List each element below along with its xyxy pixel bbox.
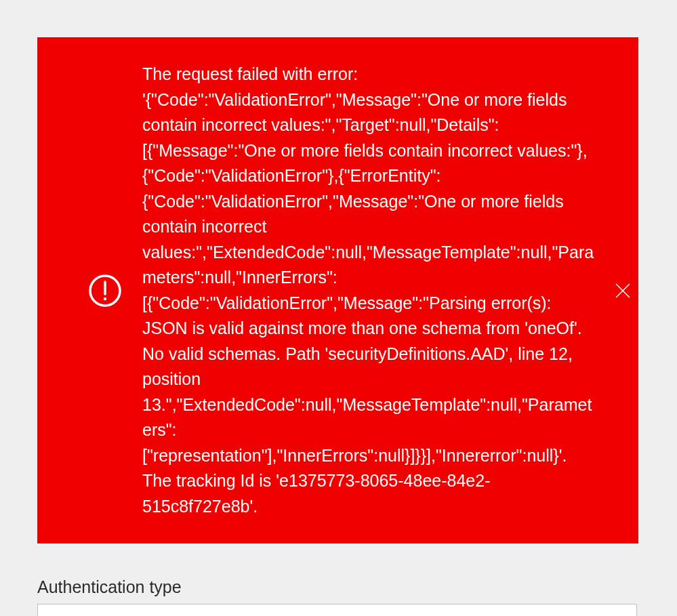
- authentication-type-value: Azure Active Directory: [50, 613, 210, 616]
- error-message-text: The request failed with error: '{"Code":…: [122, 62, 603, 519]
- authentication-section: Authentication type Azure Active Directo…: [37, 577, 637, 616]
- svg-point-2: [104, 297, 106, 300]
- error-banner: The request failed with error: '{"Code":…: [37, 37, 638, 543]
- close-icon: [614, 282, 632, 300]
- chevron-down-icon: [605, 613, 624, 616]
- close-button[interactable]: [614, 282, 632, 300]
- authentication-type-dropdown[interactable]: Azure Active Directory: [37, 604, 637, 616]
- authentication-type-label: Authentication type: [37, 577, 637, 597]
- error-icon: [51, 274, 122, 308]
